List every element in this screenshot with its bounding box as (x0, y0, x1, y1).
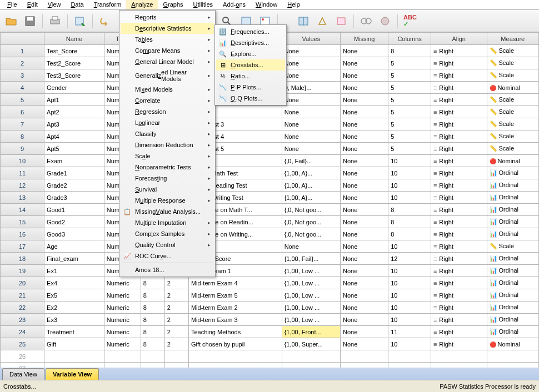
cell-type[interactable]: Numeric (104, 289, 141, 301)
cell-label[interactable]: Mid-term Exam 3 (188, 314, 282, 326)
cell-align[interactable]: Right (431, 82, 487, 94)
col-rownum[interactable] (1, 33, 44, 45)
cell-decimals[interactable]: 2 (164, 326, 188, 338)
table-row-empty[interactable]: 27 (1, 363, 539, 368)
cell-align[interactable]: Right (431, 155, 487, 167)
submenu-qq-plots[interactable]: 📉Q-Q Plots... (216, 93, 285, 104)
cell-width[interactable]: 8 (141, 277, 164, 289)
cell-type[interactable]: Numeric (104, 326, 141, 338)
cell-missing[interactable]: None (341, 143, 388, 155)
cell-values[interactable]: None (282, 240, 340, 253)
col-align[interactable]: Align (431, 33, 487, 45)
row-number[interactable]: 13 (1, 192, 44, 204)
cell-name[interactable]: Good2 (44, 216, 104, 228)
cell-align[interactable]: Right (431, 167, 487, 179)
cell-align[interactable]: Right (431, 69, 487, 82)
row-number[interactable]: 23 (1, 314, 44, 326)
menu-loglinear[interactable]: Loglinear (121, 117, 214, 128)
cell-values[interactable]: {1,00, Low ... (282, 277, 340, 289)
cell-label[interactable]: Teaching Methods (188, 326, 282, 338)
row-number[interactable]: 6 (1, 106, 44, 118)
cell-values[interactable]: {1,00, Low ... (282, 314, 340, 326)
cell-columns[interactable]: 5 (388, 118, 431, 130)
cell-missing[interactable]: None (341, 216, 388, 228)
cell-align[interactable]: Right (431, 228, 487, 240)
tab-variable-view[interactable]: Variable View (46, 368, 99, 380)
print-icon[interactable] (47, 13, 63, 29)
cell-columns[interactable]: 10 (388, 240, 431, 253)
cell-missing[interactable]: None (341, 301, 388, 314)
use-sets-icon[interactable] (377, 13, 393, 29)
menu-scale[interactable]: Scale (121, 150, 214, 162)
cell-columns[interactable]: 10 (388, 314, 431, 326)
cell-measure[interactable]: Ordinal (487, 277, 538, 289)
cell-measure[interactable]: Scale (487, 57, 538, 69)
undo-icon[interactable] (97, 13, 113, 29)
table-row[interactable]: 8Apt4Numerictitude Test 4NoneNone5RightS… (1, 130, 539, 143)
cell-missing[interactable]: None (341, 45, 388, 57)
table-row[interactable]: 21Ex5Numeric82Mid-term Exam 5{1,00, Low … (1, 289, 539, 301)
cell-name[interactable]: Good1 (44, 204, 104, 216)
row-number[interactable]: 18 (1, 253, 44, 265)
cell-align[interactable]: Right (431, 240, 487, 253)
table-row[interactable]: 7Apt3Numerictitude Test 3NoneNone5RightS… (1, 118, 539, 130)
cell-values[interactable]: None (282, 130, 340, 143)
cell-align[interactable]: Right (431, 216, 487, 228)
cell-name[interactable]: Test3_Score (44, 69, 104, 82)
cell-columns[interactable]: 5 (388, 94, 431, 106)
row-number[interactable]: 4 (1, 82, 44, 94)
cell-missing[interactable]: None (341, 94, 388, 106)
cell-align[interactable]: Right (431, 289, 487, 301)
cell-values[interactable]: {,0, Not goo... (282, 216, 340, 228)
cell-align[interactable]: Right (431, 192, 487, 204)
cell-align[interactable]: Right (431, 118, 487, 130)
cell-missing[interactable]: None (341, 155, 388, 167)
row-number[interactable]: 11 (1, 167, 44, 179)
cell-align[interactable]: Right (431, 130, 487, 143)
menu-descriptive-statistics[interactable]: Descriptive Statistics (121, 23, 214, 34)
cell-columns[interactable]: 10 (388, 155, 431, 167)
cell-values[interactable]: {,0, Not goo... (282, 228, 340, 240)
menu-multiple-imputation[interactable]: Multiple Imputation (121, 217, 214, 228)
cell-columns[interactable]: 10 (388, 301, 431, 314)
cell-label[interactable]: Mid-term Exam 4 (188, 277, 282, 289)
menu-transform[interactable]: Transform (89, 0, 127, 9)
cell-missing[interactable]: None (341, 326, 388, 338)
value-labels-icon[interactable] (358, 13, 374, 29)
cell-columns[interactable]: 8 (388, 204, 431, 216)
cell-columns[interactable]: 10 (388, 338, 431, 350)
cell-missing[interactable]: None (341, 69, 388, 82)
menu-forecasting[interactable]: Forecasting (121, 173, 214, 184)
cell-missing[interactable]: None (341, 253, 388, 265)
cell-name[interactable]: Grade3 (44, 192, 104, 204)
cell-name[interactable]: Test_Score (44, 45, 104, 57)
cell-label[interactable]: Gift chosen by pupil (188, 338, 282, 350)
cell-columns[interactable]: 11 (388, 326, 431, 338)
table-row-empty[interactable]: 26 (1, 350, 539, 363)
menu-amos[interactable]: Amos 18... (121, 264, 214, 275)
menu-file[interactable]: File (2, 0, 22, 9)
menu-reports[interactable]: Reports (121, 12, 214, 23)
cell-name[interactable]: Apt4 (44, 130, 104, 143)
row-number[interactable]: 9 (1, 143, 44, 155)
recall-icon[interactable] (72, 13, 88, 29)
cell-align[interactable]: Right (431, 179, 487, 192)
cell-missing[interactable]: None (341, 314, 388, 326)
cell-columns[interactable]: 10 (388, 167, 431, 179)
cell-type[interactable]: Numeric (104, 314, 141, 326)
menu-addons[interactable]: Add-ons (218, 0, 251, 9)
cell-measure[interactable]: Ordinal (487, 228, 538, 240)
cell-measure[interactable]: Nominal (487, 338, 538, 350)
cell-columns[interactable]: 5 (388, 57, 431, 69)
menu-correlate[interactable]: Correlate (121, 95, 214, 106)
cell-columns[interactable]: 12 (388, 253, 431, 265)
col-missing[interactable]: Missing (341, 33, 388, 45)
menu-glm[interactable]: General Linear Model (121, 56, 214, 67)
cell-missing[interactable]: None (341, 57, 388, 69)
cell-width[interactable]: 8 (141, 289, 164, 301)
cell-decimals[interactable]: 2 (164, 277, 188, 289)
table-row[interactable]: 22Ex2Numeric82Mid-term Exam 2{1,00, Low … (1, 301, 539, 314)
cell-measure[interactable]: Scale (487, 118, 538, 130)
cell-label[interactable]: Mid-term Exam 2 (188, 301, 282, 314)
row-number[interactable]: 17 (1, 240, 44, 253)
